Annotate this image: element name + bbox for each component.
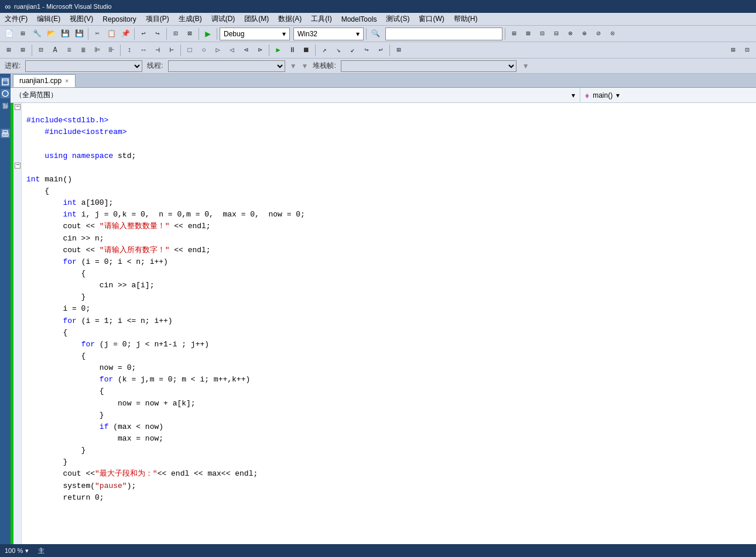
menu-team[interactable]: 团队(M): [240, 13, 273, 25]
side-panel: 属性 工具箱: [0, 74, 11, 544]
tb13[interactable]: ⊙: [606, 27, 619, 40]
new-btn[interactable]: 📄: [2, 27, 15, 40]
search-input[interactable]: [385, 27, 502, 40]
svg-rect-4: [2, 133, 8, 136]
t2b11[interactable]: ⊣: [151, 44, 164, 57]
t2b22[interactable]: ↗: [318, 44, 331, 57]
arrow-icon2: ▼: [302, 62, 309, 70]
t2b12[interactable]: ⊢: [165, 44, 178, 57]
thread-dropdown[interactable]: [168, 60, 285, 72]
stack-dropdown[interactable]: [341, 60, 516, 72]
arrow-icon1: ▼: [290, 62, 297, 70]
tab-close-btn[interactable]: ×: [65, 77, 69, 84]
menu-build[interactable]: 生成(B): [174, 13, 207, 25]
menu-edit[interactable]: 编辑(E): [32, 13, 65, 25]
zoom-arrow: ▾: [25, 547, 29, 555]
tab-ruanjian1[interactable]: ruanjian1.cpp ×: [13, 74, 76, 87]
run-btn[interactable]: ▶: [201, 27, 214, 40]
t2b10[interactable]: ↔: [137, 44, 150, 57]
sep12: [315, 44, 316, 56]
tb2[interactable]: 🔧: [30, 27, 43, 40]
tb5[interactable]: 🔍: [369, 27, 382, 40]
t2b21[interactable]: ⏹: [300, 44, 313, 57]
platform-dropdown[interactable]: Win32 ▾: [293, 27, 364, 40]
scope-left-dropdown[interactable]: （全局范围） ▾: [11, 88, 580, 102]
t2b23[interactable]: ↘: [332, 44, 345, 57]
tb10[interactable]: ⊗: [564, 27, 577, 40]
properties-tab[interactable]: 属性: [1, 111, 10, 116]
t2b25[interactable]: ↪: [360, 44, 373, 57]
t2b20[interactable]: ⏸: [286, 44, 299, 57]
t2b27[interactable]: ⊞: [392, 44, 405, 57]
t2b26[interactable]: ↩: [374, 44, 387, 57]
undo-btn[interactable]: ↩: [137, 27, 150, 40]
tb9[interactable]: ⊟: [550, 27, 563, 40]
tb6[interactable]: ⊞: [508, 27, 521, 40]
tb12[interactable]: ⊘: [592, 27, 605, 40]
t2b3[interactable]: ⊡: [35, 44, 47, 57]
menu-repository[interactable]: Repository: [98, 14, 141, 25]
t2b16[interactable]: ◁: [225, 44, 238, 57]
menu-modeltools[interactable]: ModelTools: [337, 14, 382, 25]
code-text[interactable]: #include<stdlib.h> #include<iostream> us…: [22, 103, 756, 544]
t2b2[interactable]: ⊞: [16, 44, 29, 57]
copy-btn[interactable]: 📋: [105, 27, 118, 40]
fold-btn-1[interactable]: −: [15, 104, 20, 110]
t2b14[interactable]: ○: [197, 44, 210, 57]
t2b7[interactable]: ⊫: [91, 44, 104, 57]
fold-column: − −: [13, 103, 22, 544]
t2b24[interactable]: ↙: [346, 44, 359, 57]
sep1: [88, 28, 88, 40]
process-dropdown[interactable]: [25, 60, 142, 72]
fold-btn-2[interactable]: −: [15, 163, 20, 169]
menu-data[interactable]: 数据(A): [273, 13, 306, 25]
t2b9[interactable]: ↕: [123, 44, 136, 57]
t2b6[interactable]: ≣: [77, 44, 90, 57]
t2b1[interactable]: ⊞: [2, 44, 15, 57]
t2b17[interactable]: ⊲: [240, 44, 252, 57]
t2b5[interactable]: ≡: [63, 44, 76, 57]
sep10: [180, 44, 181, 56]
save-all-btn[interactable]: 💾: [73, 27, 85, 40]
class-icon[interactable]: [1, 89, 10, 98]
debug-config-dropdown[interactable]: Debug ▾: [220, 27, 290, 40]
toolbox-icon[interactable]: [1, 129, 10, 138]
menu-help[interactable]: 帮助(H): [449, 13, 483, 25]
menu-window[interactable]: 窗口(W): [414, 13, 449, 25]
menu-view[interactable]: 视图(V): [65, 13, 98, 25]
menu-debug[interactable]: 调试(D): [207, 13, 240, 25]
tb3[interactable]: ⊡: [169, 27, 182, 40]
scope-right[interactable]: ♦ main() ▾: [580, 88, 756, 102]
stack-arrow-icon: ▼: [522, 62, 529, 70]
code-content[interactable]: − − #include<stdlib.h> #include<iostream…: [11, 103, 756, 544]
main-area: 属性 工具箱 ruanjian1.cpp × （全局范围） ▾ ♦ main()…: [0, 74, 756, 544]
scope-bar: （全局范围） ▾ ♦ main() ▾: [11, 88, 756, 103]
menu-file[interactable]: 文件(F): [0, 13, 32, 25]
paste-btn[interactable]: 📌: [119, 27, 132, 40]
sep13: [389, 44, 390, 56]
t2b18[interactable]: ⊳: [254, 44, 266, 57]
t2b8[interactable]: ⊪: [105, 44, 118, 57]
tb11[interactable]: ⊕: [578, 27, 591, 40]
menu-tools[interactable]: 工具(I): [306, 13, 336, 25]
tb8[interactable]: ⊡: [536, 27, 549, 40]
tb4[interactable]: ⊠: [183, 27, 196, 40]
tb7[interactable]: ⊠: [522, 27, 535, 40]
t2b15[interactable]: ▷: [211, 44, 224, 57]
t2b4[interactable]: A: [49, 44, 61, 57]
solution-icon[interactable]: [1, 77, 10, 87]
save-btn[interactable]: 💾: [59, 27, 71, 40]
svg-rect-0: [2, 79, 8, 85]
t2b19[interactable]: ▶: [272, 44, 285, 57]
t2b13[interactable]: □: [183, 44, 196, 57]
t2bend2[interactable]: ⊡: [741, 44, 754, 57]
open-btn[interactable]: 📂: [45, 27, 57, 40]
scope-left-arrow: ▾: [572, 91, 575, 99]
menu-test[interactable]: 测试(S): [381, 13, 414, 25]
tb1[interactable]: ⊞: [16, 27, 29, 40]
menu-project[interactable]: 项目(P): [141, 13, 174, 25]
redo-btn[interactable]: ↪: [151, 27, 164, 40]
t2bend1[interactable]: ⊞: [727, 44, 740, 57]
cut-btn[interactable]: ✂: [91, 27, 104, 40]
toolbox-tab[interactable]: 工具箱: [1, 139, 10, 144]
